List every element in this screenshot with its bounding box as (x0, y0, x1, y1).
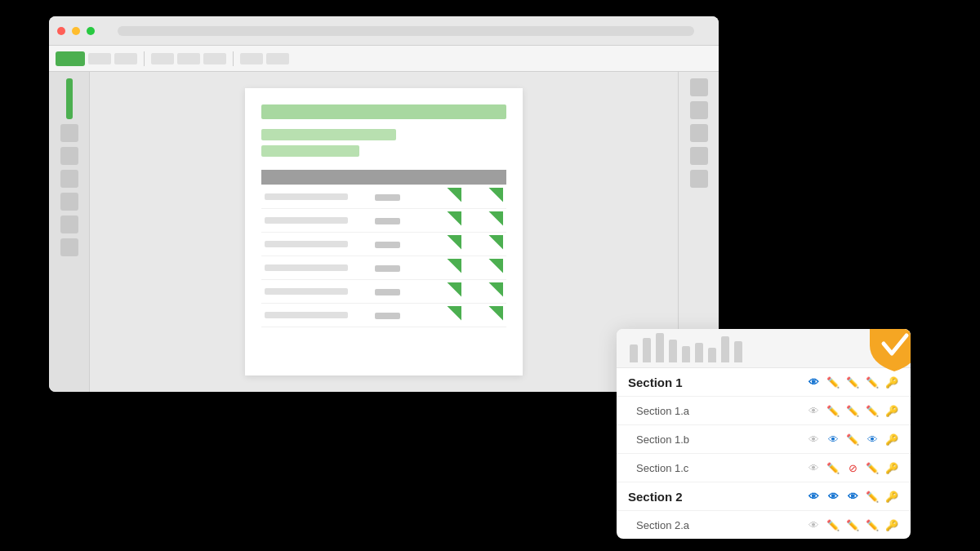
bar-3 (656, 333, 664, 362)
title-bar-text (118, 26, 694, 36)
eye-active-icon-2[interactable]: 👁 (865, 432, 880, 447)
eye-active-icon[interactable]: 👁 (826, 432, 840, 447)
bar-4 (669, 340, 677, 362)
key-gray-icon[interactable]: 🔑 (884, 403, 899, 418)
toolbar-btn-1[interactable] (88, 53, 111, 64)
list-item: Section 1.b 👁 👁 ✏️ 👁 🔑 (617, 425, 911, 454)
right-sidebar-icon-1[interactable] (690, 78, 708, 96)
icon-group: 👁 👁 👁 ✏️ 🔑 (806, 489, 899, 504)
section-label: Section 1.c (636, 462, 806, 474)
doc-title (261, 104, 506, 119)
sidebar-icon-4[interactable] (60, 193, 78, 211)
list-item: Section 1.a 👁 ✏️ ✏️ ✏️ 🔑 (617, 397, 911, 425)
eye-gray-icon[interactable]: 👁 (806, 403, 821, 418)
table-row (261, 256, 506, 279)
bar-1 (630, 344, 638, 362)
bar-9 (734, 341, 742, 362)
eye-icon[interactable]: 👁 (806, 489, 821, 504)
sidebar-green-accent (66, 78, 73, 119)
toolbar-btn-7[interactable] (266, 53, 289, 64)
sidebar-icon-5[interactable] (60, 216, 78, 233)
close-btn[interactable] (57, 27, 65, 35)
pencil-gray-icon-3[interactable]: ✏️ (865, 518, 880, 532)
icon-group: 👁 ✏️ ✏️ ✏️ 🔑 (806, 518, 899, 532)
toolbar-btn-5[interactable] (203, 53, 226, 64)
doc-subtitle (261, 129, 396, 140)
list-item: Section 2.a 👁 ✏️ ✏️ ✏️ 🔑 (617, 511, 911, 539)
section-label: Section 2.a (636, 519, 806, 531)
right-sidebar-icon-5[interactable] (690, 170, 708, 188)
pencil-gray-icon[interactable]: ✏️ (826, 403, 840, 418)
pencil-gray-icon[interactable]: ✏️ (826, 460, 840, 475)
section-label: Section 1.a (636, 405, 806, 417)
panel-content: Section 1 👁 ✏️ ✏️ ✏️ 🔑 Section 1.a 👁 ✏️ … (617, 368, 911, 539)
toolbar-separator-1 (144, 51, 145, 66)
sidebar-icon-6[interactable] (60, 238, 78, 256)
eye-gray-icon[interactable]: 👁 (806, 432, 821, 447)
bar-6 (695, 343, 703, 362)
bar-8 (721, 336, 729, 362)
toolbar-separator-2 (233, 51, 234, 66)
key-gray-icon[interactable]: 🔑 (884, 432, 899, 447)
table-row (261, 232, 506, 256)
toolbar-active-tab[interactable] (56, 51, 85, 66)
toolbar-btn-2[interactable] (114, 53, 137, 64)
right-sidebar-icon-2[interactable] (690, 101, 708, 119)
pencil-gray-icon[interactable]: ✏️ (826, 518, 840, 532)
pencil-gray-icon[interactable]: ✏️ (865, 489, 880, 504)
toolbar-btn-4[interactable] (177, 53, 200, 64)
title-bar (49, 16, 719, 46)
eye-icon[interactable]: 👁 (806, 375, 821, 389)
icon-group: 👁 ✏️ ✏️ ✏️ 🔑 (806, 403, 899, 418)
table-row (261, 279, 506, 303)
key-gray-icon[interactable]: 🔑 (884, 489, 899, 504)
pencil-orange-icon[interactable]: ✏️ (845, 432, 860, 447)
shield-badge (866, 329, 911, 377)
main-content (90, 72, 678, 392)
toolbar-btn-6[interactable] (240, 53, 263, 64)
section-label: Section 1.b (636, 433, 806, 446)
right-sidebar-icon-3[interactable] (690, 124, 708, 142)
right-sidebar-icon-4[interactable] (690, 147, 708, 165)
table-row (261, 208, 506, 232)
list-item: Section 1.c 👁 ✏️ ⊘ ✏️ 🔑 (617, 454, 911, 482)
key-gray-icon[interactable]: 🔑 (884, 460, 899, 475)
icon-group: 👁 👁 ✏️ 👁 🔑 (806, 432, 899, 447)
eye-icon-3[interactable]: 👁 (845, 489, 860, 504)
table-row (261, 303, 506, 327)
doc-sub2 (261, 145, 359, 157)
bar-5 (682, 346, 690, 362)
eye-icon-2[interactable]: 👁 (826, 489, 840, 504)
icon-group: 👁 ✏️ ⊘ ✏️ 🔑 (806, 460, 899, 475)
section-label: Section 1 (628, 375, 806, 389)
doc-table (261, 170, 506, 327)
pencil-icon[interactable]: ✏️ (826, 375, 840, 389)
left-sidebar (49, 72, 90, 392)
minimize-btn[interactable] (72, 27, 80, 35)
bar-7 (708, 348, 716, 362)
eye-gray-icon[interactable]: 👁 (806, 518, 821, 532)
pencil-gray-icon-2[interactable]: ✏️ (845, 518, 860, 532)
sidebar-icon-3[interactable] (60, 170, 78, 188)
sidebar-icon-1[interactable] (60, 124, 78, 142)
section-label: Section 2 (628, 490, 806, 504)
maximize-btn[interactable] (87, 27, 95, 35)
table-row (261, 184, 506, 208)
bar-2 (643, 338, 651, 362)
sidebar-icon-2[interactable] (60, 147, 78, 165)
pencil-gray-icon-2[interactable]: ✏️ (865, 460, 880, 475)
pencil-gray-icon-2[interactable]: ✏️ (845, 403, 860, 418)
pencil-icon-2[interactable]: ✏️ (845, 375, 860, 389)
toolbar (49, 46, 719, 72)
key-gray-icon[interactable]: 🔑 (884, 518, 899, 532)
toolbar-btn-3[interactable] (151, 53, 174, 64)
ban-icon[interactable]: ⊘ (845, 460, 860, 475)
eye-gray-icon[interactable]: 👁 (806, 460, 821, 475)
pencil-gray-icon-3[interactable]: ✏️ (865, 403, 880, 418)
document (245, 88, 523, 375)
list-item: Section 2 👁 👁 👁 ✏️ 🔑 (617, 482, 911, 511)
shield-icon (866, 329, 911, 374)
security-panel: Section 1 👁 ✏️ ✏️ ✏️ 🔑 Section 1.a 👁 ✏️ … (617, 329, 911, 539)
